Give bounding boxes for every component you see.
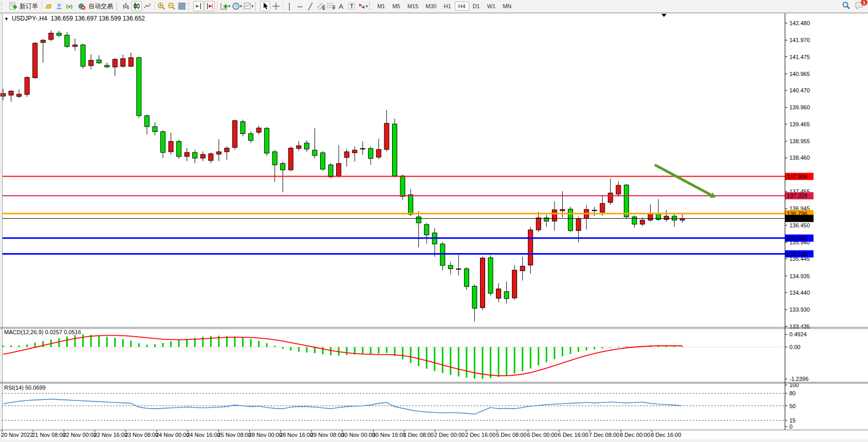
candlestick-chart-icon[interactable] bbox=[132, 1, 142, 11]
svg-text:25 Nov 08:00: 25 Nov 08:00 bbox=[217, 432, 251, 438]
text-tool-icon[interactable]: A bbox=[337, 2, 346, 11]
trendline-tool-icon[interactable]: ╱ bbox=[306, 2, 315, 11]
svg-text:100: 100 bbox=[789, 382, 799, 388]
svg-text:137.906: 137.906 bbox=[787, 174, 807, 180]
new-order-icon bbox=[8, 2, 17, 11]
toolbar-grip bbox=[255, 2, 258, 10]
svg-text:136.450: 136.450 bbox=[789, 222, 810, 228]
fibonacci-tool-icon[interactable]: F bbox=[326, 2, 336, 11]
macd-current-values: 0.0257 0.0516 bbox=[45, 329, 81, 335]
svg-text:138.460: 138.460 bbox=[789, 155, 810, 161]
chevron-down-icon[interactable]: ▾ bbox=[240, 4, 243, 9]
tab-timeframe-m1[interactable]: M1 bbox=[374, 2, 389, 11]
toolbar-grip bbox=[116, 2, 120, 10]
svg-text:23 Nov 08:00: 23 Nov 08:00 bbox=[125, 432, 158, 438]
channel-tool-icon[interactable]: E bbox=[316, 2, 325, 11]
auto-trading-label: 自动交易 bbox=[88, 2, 113, 11]
new-order-label: 新订单 bbox=[20, 2, 38, 11]
svg-text:134.440: 134.440 bbox=[789, 290, 810, 296]
svg-text:135.595: 135.595 bbox=[787, 251, 807, 257]
svg-text:6 Dec 16:00: 6 Dec 16:00 bbox=[558, 432, 588, 438]
auto-trading-icon bbox=[77, 2, 86, 11]
tab-timeframe-mn[interactable]: MN bbox=[499, 2, 515, 11]
tab-timeframe-m30[interactable]: M30 bbox=[422, 2, 440, 11]
vertical-line-tool-icon[interactable]: │ bbox=[285, 2, 294, 11]
svg-text:133.930: 133.930 bbox=[789, 306, 810, 313]
svg-text:2 Dec 16:00: 2 Dec 16:00 bbox=[465, 432, 495, 438]
chat-icon[interactable]: 1 bbox=[855, 1, 864, 11]
chevron-down-icon[interactable]: ▾ bbox=[366, 4, 368, 9]
svg-text:1 Dec 08:00: 1 Dec 08:00 bbox=[403, 432, 434, 438]
add-indicator-icon[interactable] bbox=[219, 2, 229, 11]
community-profile-icon[interactable] bbox=[54, 2, 64, 11]
svg-text:2 Dec 00:00: 2 Dec 00:00 bbox=[434, 432, 465, 438]
separator bbox=[283, 2, 283, 11]
search-icon[interactable] bbox=[842, 1, 851, 11]
chevron-down-icon[interactable]: ▾ bbox=[228, 4, 231, 9]
rsi-indicator-label: RSI(14) 50.0699 bbox=[4, 385, 46, 391]
symbol-timeframe: USDJPY-,H4 bbox=[12, 15, 47, 22]
auto-trading-button[interactable]: 自动交易 bbox=[75, 1, 115, 12]
svg-text:80: 80 bbox=[789, 390, 796, 396]
tab-timeframe-w1[interactable]: W1 bbox=[484, 2, 500, 11]
tab-timeframe-m15[interactable]: M15 bbox=[404, 2, 422, 11]
svg-text:141.970: 141.970 bbox=[789, 37, 810, 43]
svg-text:T: T bbox=[350, 3, 354, 9]
tab-timeframe-m5[interactable]: M5 bbox=[389, 2, 403, 11]
period-clock-icon[interactable] bbox=[231, 2, 241, 11]
notification-badge: 1 bbox=[861, 0, 867, 6]
window-menu-icon[interactable]: ▼ bbox=[4, 16, 9, 22]
line-chart-icon[interactable] bbox=[143, 2, 152, 11]
tab-timeframe-d1[interactable]: D1 bbox=[469, 2, 484, 11]
bar-chart-icon[interactable] bbox=[121, 2, 131, 11]
svg-text:136.066: 136.066 bbox=[787, 235, 807, 241]
macd-indicator-label: MACD(12,26,9) 0.0257 0.0516 bbox=[4, 329, 81, 335]
svg-text:20 Nov 2022: 20 Nov 2022 bbox=[1, 432, 33, 438]
signals-icon[interactable] bbox=[65, 2, 74, 11]
chart-canvas[interactable]: 142.480141.970141.475140.965140.470139.9… bbox=[0, 0, 868, 442]
crosshair-icon[interactable] bbox=[271, 2, 281, 11]
time-axis[interactable]: 20 Nov 202221 Nov 08:0022 Nov 00:0022 No… bbox=[1, 430, 681, 438]
chevron-down-icon[interactable]: ▾ bbox=[251, 4, 254, 9]
separator bbox=[154, 2, 155, 11]
svg-text:140.965: 140.965 bbox=[789, 71, 810, 77]
svg-text:24 Nov 16:00: 24 Nov 16:00 bbox=[187, 432, 220, 438]
svg-text:7 Dec 08:00: 7 Dec 08:00 bbox=[589, 432, 619, 438]
gold-icon[interactable] bbox=[44, 2, 53, 11]
svg-text:134.935: 134.935 bbox=[789, 273, 810, 279]
svg-text:137.328: 137.328 bbox=[787, 193, 807, 199]
new-order-button[interactable]: 新订单 bbox=[6, 1, 40, 12]
tile-windows-icon[interactable] bbox=[177, 2, 187, 11]
svg-text:140.470: 140.470 bbox=[789, 87, 810, 93]
svg-text:5 Dec 08:00: 5 Dec 08:00 bbox=[496, 432, 526, 438]
svg-text:6 Dec 00:00: 6 Dec 00:00 bbox=[527, 432, 557, 438]
svg-text:0: 0 bbox=[789, 424, 792, 430]
svg-text:24 Nov 00:00: 24 Nov 00:00 bbox=[156, 432, 189, 438]
svg-text:F: F bbox=[333, 5, 336, 10]
svg-text:22 Nov 16:00: 22 Nov 16:00 bbox=[94, 432, 127, 438]
svg-text:139.465: 139.465 bbox=[789, 121, 810, 127]
tab-timeframe-h4[interactable]: H4 bbox=[455, 2, 469, 11]
zoom-in-icon[interactable] bbox=[157, 2, 166, 11]
separator bbox=[42, 2, 42, 11]
svg-text:29 Nov 08:00: 29 Nov 08:00 bbox=[310, 432, 344, 438]
svg-text:30 Nov 16:00: 30 Nov 16:00 bbox=[372, 432, 405, 438]
horizontal-line-tool-icon[interactable]: ─ bbox=[296, 2, 305, 11]
auto-scroll-icon[interactable] bbox=[193, 1, 204, 11]
chart-shift-icon[interactable] bbox=[205, 1, 215, 11]
svg-text:21 Nov 08:00: 21 Nov 08:00 bbox=[32, 432, 65, 438]
svg-text:139.960: 139.960 bbox=[789, 104, 810, 110]
tab-timeframe-h1[interactable]: H1 bbox=[440, 2, 455, 11]
svg-text:-1.2396: -1.2396 bbox=[789, 376, 808, 382]
templates-icon[interactable] bbox=[243, 2, 252, 11]
cursor-icon[interactable] bbox=[260, 1, 270, 11]
svg-text:50: 50 bbox=[789, 403, 796, 409]
zoom-out-icon[interactable] bbox=[167, 2, 176, 11]
svg-text:0.00: 0.00 bbox=[789, 344, 800, 350]
toolbar-grip bbox=[1, 2, 5, 10]
text-label-tool-icon[interactable]: T bbox=[347, 2, 356, 11]
arrows-tool-icon[interactable] bbox=[357, 2, 366, 11]
svg-text:28 Nov 16:00: 28 Nov 16:00 bbox=[280, 432, 313, 438]
svg-text:138.955: 138.955 bbox=[789, 138, 810, 144]
svg-text:28 Nov 00:00: 28 Nov 00:00 bbox=[249, 432, 282, 438]
